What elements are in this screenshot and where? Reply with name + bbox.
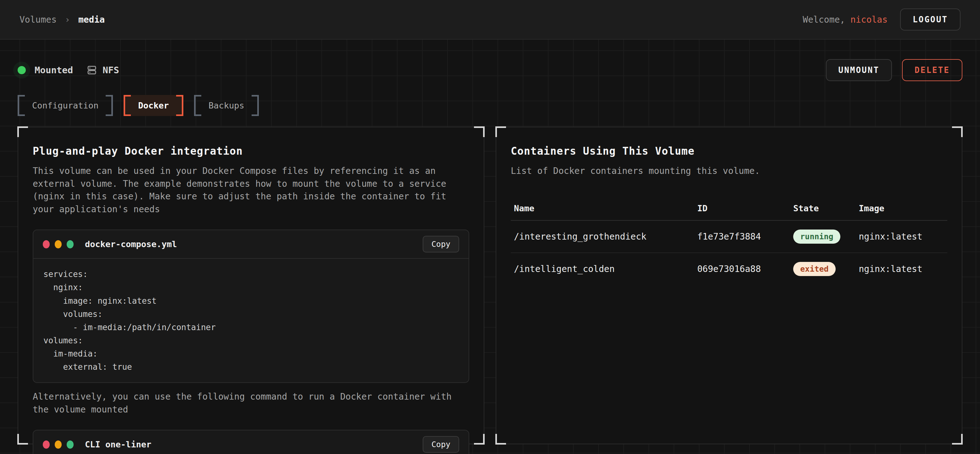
username: nicolas <box>850 14 888 25</box>
logout-button[interactable]: LOGOUT <box>900 8 961 30</box>
traffic-lights <box>43 240 73 248</box>
docker-panel-title: Plug-and-play Docker integration <box>33 145 469 157</box>
volume-tabs: Configuration Docker Backups <box>18 95 963 116</box>
breadcrumb-current-volume: media <box>78 14 105 25</box>
column-header-id: ID <box>694 198 790 221</box>
container-id: 069e73016a88 <box>694 253 790 285</box>
topbar-right: Welcome, nicolas LOGOUT <box>803 8 961 30</box>
containers-table: Name ID State Image /interesting_grothen… <box>511 198 947 285</box>
mounted-status-dot-icon <box>18 66 26 74</box>
container-image: nginx:latest <box>856 221 948 253</box>
volume-status-row: Mounted NFS UNMOUNT DELETE <box>18 59 963 81</box>
containers-table-header-row: Name ID State Image <box>511 198 947 221</box>
volume-status: Mounted NFS <box>18 65 119 76</box>
containers-table-wrap: Name ID State Image /interesting_grothen… <box>511 198 947 285</box>
breadcrumb-volumes-link[interactable]: Volumes <box>19 14 57 25</box>
tab-configuration[interactable]: Configuration <box>18 95 113 116</box>
compose-code-block: docker-compose.yml Copy services: nginx:… <box>33 230 469 383</box>
table-row: /intelligent_colden 069e73016a88 exited … <box>511 253 947 285</box>
container-id: f1e73e7f3884 <box>694 221 790 253</box>
panel-corner-decoration <box>952 126 963 137</box>
traffic-lights <box>43 440 73 449</box>
traffic-light-green-icon <box>67 440 73 449</box>
volume-driver: NFS <box>86 65 119 76</box>
container-name: /interesting_grothendieck <box>511 221 694 253</box>
traffic-light-amber-icon <box>55 440 62 449</box>
containers-panel-title: Containers Using This Volume <box>511 145 947 157</box>
cli-code-block: CLI one-liner Copy docker run -v im-medi… <box>33 430 469 454</box>
panel-corner-decoration <box>474 126 485 137</box>
traffic-light-green-icon <box>67 240 73 248</box>
compose-code-header: docker-compose.yml Copy <box>33 230 469 259</box>
traffic-light-red-icon <box>43 440 50 449</box>
panel-corner-decoration <box>17 434 28 444</box>
column-header-state: State <box>790 198 856 221</box>
breadcrumb-separator-icon: › <box>65 14 70 25</box>
column-header-name: Name <box>511 198 694 221</box>
top-bar: Volumes › media Welcome, nicolas LOGOUT <box>0 0 980 40</box>
tab-backups[interactable]: Backups <box>194 95 259 116</box>
panels-row: Plug-and-play Docker integration This vo… <box>18 127 963 444</box>
nfs-server-icon <box>86 65 97 76</box>
welcome-text: Welcome, nicolas <box>803 14 888 25</box>
page-content: Mounted NFS UNMOUNT DELETE Configuration… <box>0 40 980 454</box>
status-badge: exited <box>793 262 835 276</box>
table-row: /interesting_grothendieck f1e73e7f3884 r… <box>511 221 947 253</box>
traffic-light-amber-icon <box>55 240 62 248</box>
cli-intro-text: Alternatively, you can use the following… <box>33 391 469 416</box>
container-name: /intelligent_colden <box>511 253 694 285</box>
column-header-image: Image <box>856 198 948 221</box>
container-image: nginx:latest <box>856 253 948 285</box>
driver-label: NFS <box>103 65 119 75</box>
welcome-label: Welcome, <box>803 14 850 25</box>
cli-code-header: CLI one-liner Copy <box>33 430 469 454</box>
cli-copy-button[interactable]: Copy <box>423 436 459 453</box>
cli-filename: CLI one-liner <box>85 440 151 449</box>
delete-button[interactable]: DELETE <box>902 59 963 81</box>
docker-integration-panel: Plug-and-play Docker integration This vo… <box>18 127 484 444</box>
volume-actions: UNMOUNT DELETE <box>826 59 963 81</box>
panel-corner-decoration <box>17 126 28 137</box>
traffic-light-red-icon <box>43 240 50 248</box>
mounted-status-label: Mounted <box>35 65 73 75</box>
breadcrumb: Volumes › media <box>19 14 105 25</box>
compose-copy-button[interactable]: Copy <box>423 236 459 252</box>
containers-panel-subtitle: List of Docker containers mounting this … <box>511 165 947 178</box>
docker-panel-description: This volume can be used in your Docker C… <box>33 165 469 216</box>
unmount-button[interactable]: UNMOUNT <box>826 59 892 81</box>
tab-docker[interactable]: Docker <box>124 95 183 116</box>
compose-filename: docker-compose.yml <box>85 239 177 249</box>
panel-corner-decoration <box>495 434 506 444</box>
panel-corner-decoration <box>495 126 506 137</box>
panel-corner-decoration <box>952 434 963 444</box>
containers-panel: Containers Using This Volume List of Doc… <box>496 127 963 444</box>
panel-corner-decoration <box>474 434 485 444</box>
status-badge: running <box>793 230 840 244</box>
compose-code-content: services: nginx: image: nginx:latest vol… <box>33 259 469 382</box>
